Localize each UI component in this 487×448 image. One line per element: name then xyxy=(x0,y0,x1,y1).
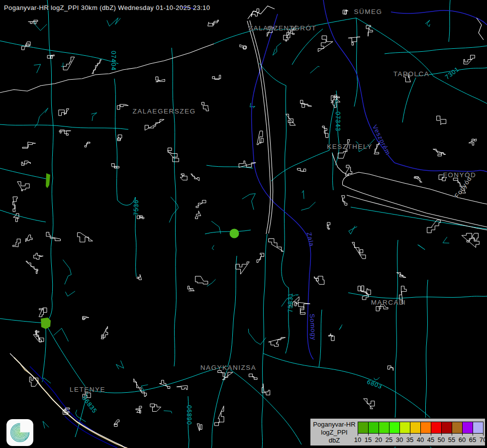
settlement-outline xyxy=(117,105,128,110)
legend-color-cell xyxy=(410,422,421,433)
settlement-outline xyxy=(168,148,179,162)
settlement-outline xyxy=(137,274,141,280)
settlement-outline xyxy=(318,36,333,52)
legend-color-cell xyxy=(390,422,400,433)
legend-color-cell xyxy=(473,422,483,433)
minor-road xyxy=(301,202,315,211)
settlement-outline xyxy=(322,126,328,137)
settlement-outline xyxy=(257,253,264,263)
settlement-outline xyxy=(286,114,295,125)
road-label-07343: 07343 xyxy=(334,112,341,131)
settlement-outline xyxy=(177,386,188,390)
city-label-keszthely: KESZTHELY xyxy=(327,143,372,150)
minor-road xyxy=(107,18,120,26)
city-label-marcali: MARCALI xyxy=(371,299,406,306)
legend-product: logZ_PPI xyxy=(312,429,356,437)
settlement-outline xyxy=(78,232,93,242)
settlement-outline xyxy=(195,276,208,284)
settlement-outline xyxy=(348,37,360,45)
city-label-fonyod: FONYÓD xyxy=(443,171,477,179)
settlement-outline xyxy=(388,366,393,371)
minor-road xyxy=(248,329,266,345)
settlement-outline xyxy=(150,404,161,411)
city-label-nagykanizsa: NAGYKANIZSA xyxy=(200,364,257,371)
settlement-outline xyxy=(180,174,187,180)
radar-title: Poganyvar-HR logZ_PPI 30km (dbZ) Wednesd… xyxy=(4,4,210,11)
minor-road xyxy=(164,411,172,413)
settlement-outline xyxy=(364,399,375,409)
legend-unit: dbZ xyxy=(312,437,356,445)
settlement-outline xyxy=(358,286,368,293)
settlement-outline xyxy=(462,233,479,248)
radar-echoes xyxy=(41,173,239,329)
road-label-07404: 07404 xyxy=(110,51,117,71)
city-label-letenye: LETENYE xyxy=(70,386,105,393)
settlement-outline xyxy=(352,242,366,259)
settlement-outline xyxy=(137,216,144,219)
settlement-outline xyxy=(191,174,199,181)
settlement-outline xyxy=(342,196,347,205)
settlement-outline xyxy=(208,20,219,26)
minor-road xyxy=(54,328,69,341)
settlement-outline xyxy=(214,406,224,426)
settlement-outline xyxy=(262,384,270,395)
settlement-outline xyxy=(22,142,35,148)
settlement-outline xyxy=(59,109,69,116)
minor-road xyxy=(250,103,255,108)
settlement-outline xyxy=(83,317,89,320)
settlement-outline xyxy=(300,100,312,108)
settlement-outline xyxy=(101,327,108,339)
city-label-zalaszentgrot: ZALASZENTGRÓT xyxy=(249,24,317,32)
lake-shore-road xyxy=(347,195,487,230)
settlement-outline xyxy=(85,142,90,147)
radar-echo-dot xyxy=(230,229,239,238)
settlement-outline xyxy=(34,253,43,259)
settlement-outline xyxy=(464,55,475,64)
legend-color-cell xyxy=(400,422,410,433)
settlement-outline xyxy=(134,379,147,397)
settlement-outline xyxy=(13,239,20,247)
settlement-outline xyxy=(26,235,32,242)
city-label-zalaegerszeg: ZALAEGERSZEG xyxy=(133,108,196,115)
legend-color-cell xyxy=(431,422,442,433)
spiral-icon xyxy=(8,421,32,445)
settlement-outline xyxy=(249,374,258,379)
settlement-outline xyxy=(111,164,119,168)
radar-screen: { "title": "Poganyvar-HR logZ_PPI 30km (… xyxy=(0,0,487,448)
legend-panel: Poganyvar-HR logZ_PPI dbZ 10152025303540… xyxy=(309,418,486,447)
highway-line-2 xyxy=(250,20,273,233)
radar-spiral-logo xyxy=(6,419,33,446)
settlement-outline xyxy=(12,197,17,212)
settlement-outline xyxy=(117,135,122,141)
minor-road xyxy=(339,325,342,330)
settlement-outline xyxy=(437,116,446,125)
settlement-outline xyxy=(297,168,306,171)
minor-road xyxy=(349,226,357,234)
settlement-outline xyxy=(188,286,195,291)
settlement-outline xyxy=(195,211,201,219)
settlement-outline xyxy=(314,276,324,284)
legend-radar-name: Poganyvar-HR xyxy=(312,421,356,429)
settlement-outline xyxy=(331,95,339,103)
settlement-outline xyxy=(29,377,38,386)
settlement-outline xyxy=(92,60,101,74)
settlement-outline xyxy=(196,200,206,208)
road-label-7536: 7536 xyxy=(133,200,140,216)
ridge-road xyxy=(0,44,214,93)
minor-road xyxy=(443,237,449,243)
city-label-sumeg: SÜMEG xyxy=(354,8,382,15)
minor-road xyxy=(91,113,97,121)
legend-color-scale: 10152025303540455055606570 xyxy=(358,422,485,444)
settlement-outline xyxy=(114,420,119,426)
minor-road xyxy=(65,291,75,296)
minor-road xyxy=(43,421,49,429)
settlement-outline xyxy=(35,331,40,339)
settlement-outline xyxy=(212,75,221,80)
settlement-outline xyxy=(239,161,256,167)
settlement-outline xyxy=(329,334,334,340)
minor-road xyxy=(374,377,380,380)
road-label-06890: 06890 xyxy=(186,405,193,425)
minor-road xyxy=(61,63,64,67)
settlement-outline xyxy=(284,30,291,41)
minor-road xyxy=(425,20,430,27)
